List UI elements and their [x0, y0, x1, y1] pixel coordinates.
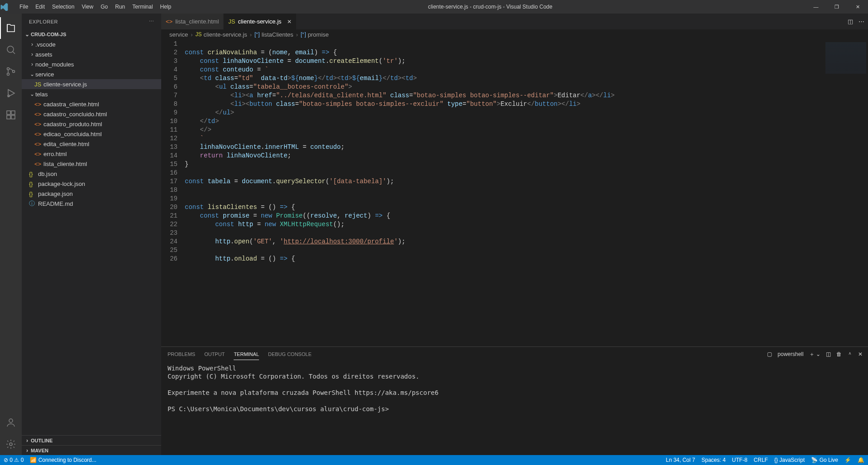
breadcrumb-item[interactable]: promise [308, 31, 329, 38]
file-icon: <> [34, 101, 43, 108]
maximize-panel-icon[interactable]: ＾ [847, 351, 853, 358]
file-icon: <> [34, 121, 43, 128]
file-cadastro_concluido.html[interactable]: <>cadastro_concluido.html [22, 109, 161, 119]
breadcrumb-separator: › [249, 31, 253, 38]
chevron-down-icon: ⌄ [29, 71, 35, 77]
split-editor-icon[interactable]: ◫ [848, 18, 853, 25]
more-icon[interactable]: ⋯ [858, 18, 864, 25]
kill-terminal-icon[interactable]: 🗑 [836, 351, 842, 357]
statusbar-item[interactable]: CRLF [754, 457, 768, 463]
file-package-lock.json[interactable]: {}package-lock.json [22, 179, 161, 189]
statusbar-item[interactable]: 📶 Connecting to Discord... [30, 457, 96, 463]
search-icon[interactable] [0, 39, 22, 61]
file-edita_cliente.html[interactable]: <>edita_cliente.html [22, 139, 161, 149]
outline-section[interactable]: ›OUTLINE [22, 435, 161, 445]
extensions-icon[interactable] [0, 104, 22, 126]
svg-point-9 [9, 419, 13, 422]
folder-label: .vscode [35, 41, 56, 48]
sidebar: EXPLORER ⋯ ⌄ CRUD-COM-JS ›.vscode›assets… [22, 14, 161, 455]
breadcrumb-icon: JS [196, 31, 202, 38]
minimize-button[interactable]: — [806, 4, 826, 10]
run-debug-icon[interactable] [0, 82, 22, 104]
more-icon[interactable]: ⋯ [149, 19, 154, 24]
line-gutter: 1234567891011121314151617181920212223242… [161, 39, 185, 346]
statusbar-item[interactable]: ⊘ 0 ⚠ 0 [4, 457, 24, 463]
tab-lista_cliente.html[interactable]: <>lista_cliente.html [161, 14, 224, 29]
statusbar-item[interactable]: 📡 Go Live [811, 457, 838, 463]
statusbar-item[interactable]: {} JavaScript [774, 457, 805, 463]
terminal-output[interactable]: Windows PowerShell Copyright (C) Microso… [161, 361, 868, 455]
explorer-icon[interactable] [0, 17, 22, 39]
file-README.md[interactable]: ⓘREADME.md [22, 199, 161, 209]
close-button[interactable]: ✕ [847, 4, 868, 10]
menu-selection[interactable]: Selection [48, 4, 78, 10]
breadcrumb-item[interactable]: service [169, 31, 188, 38]
statusbar-item[interactable]: Spaces: 4 [701, 457, 725, 463]
main-menu: FileEditSelectionViewGoRunTerminalHelp [16, 4, 175, 10]
file-lista_cliente.html[interactable]: <>lista_cliente.html [22, 159, 161, 169]
file-label: cadastro_produto.html [43, 121, 102, 128]
file-edicao_concluida.html[interactable]: <>edicao_concluida.html [22, 129, 161, 139]
breadcrumb-icon: [ᐤ] [254, 31, 260, 38]
terminal-shell-icon[interactable]: ▢ [767, 351, 772, 357]
menu-file[interactable]: File [16, 4, 32, 10]
tab-cliente-service.js[interactable]: JScliente-service.js✕ [224, 14, 296, 29]
svg-point-4 [8, 95, 10, 97]
file-package.json[interactable]: {}package.json [22, 189, 161, 199]
folder-.vscode[interactable]: ›.vscode [22, 39, 161, 49]
sidebar-footer: ›OUTLINE ›MAVEN [22, 435, 161, 455]
folder-root[interactable]: ⌄ CRUD-COM-JS [22, 29, 161, 39]
editor-body[interactable]: 1234567891011121314151617181920212223242… [161, 39, 868, 346]
menu-view[interactable]: View [78, 4, 97, 10]
breadcrumb-item[interactable]: listaClientes [262, 31, 293, 38]
folder-label: telas [35, 91, 48, 98]
panel-tab-terminal[interactable]: TERMINAL [234, 349, 259, 360]
terminal-shell-name[interactable]: powershell [777, 351, 803, 357]
statusbar-item[interactable]: Ln 34, Col 7 [666, 457, 695, 463]
statusbar-item[interactable]: ⚡ [844, 457, 851, 463]
accounts-icon[interactable] [0, 412, 22, 433]
close-tab-icon[interactable]: ✕ [287, 19, 292, 25]
maximize-button[interactable]: ❐ [826, 4, 847, 10]
folder-node_modules[interactable]: ›node_modules [22, 59, 161, 69]
titlebar: FileEditSelectionViewGoRunTerminalHelp c… [0, 0, 868, 14]
file-icon: {} [29, 171, 38, 177]
folder-assets[interactable]: ›assets [22, 49, 161, 59]
close-panel-icon[interactable]: ✕ [858, 351, 863, 357]
svg-point-3 [13, 71, 15, 73]
menu-run[interactable]: Run [111, 4, 129, 10]
menu-edit[interactable]: Edit [32, 4, 48, 10]
file-cliente-service.js[interactable]: JScliente-service.js [22, 79, 161, 89]
new-terminal-icon[interactable]: ＋ ⌄ [809, 351, 820, 358]
window-title: cliente-service.js - crud-com-js - Visua… [175, 4, 806, 10]
breadcrumbs[interactable]: service›JScliente-service.js›[ᐤ]listaCli… [161, 29, 868, 39]
folder-telas[interactable]: ⌄telas [22, 89, 161, 99]
folder-service[interactable]: ⌄service [22, 69, 161, 79]
file-db.json[interactable]: {}db.json [22, 169, 161, 179]
panel-tab-debug-console[interactable]: DEBUG CONSOLE [268, 349, 312, 360]
file-cadastra_cliente.html[interactable]: <>cadastra_cliente.html [22, 99, 161, 109]
code-content[interactable]: const criaNovaLinha = (nome, email) => {… [185, 39, 818, 346]
statusbar-item[interactable]: UTF-8 [732, 457, 748, 463]
file-label: db.json [38, 171, 57, 177]
settings-gear-icon[interactable] [0, 433, 22, 455]
menu-go[interactable]: Go [97, 4, 111, 10]
breadcrumb-item[interactable]: cliente-service.js [204, 31, 247, 38]
file-label: edicao_concluida.html [43, 131, 102, 138]
file-cadastro_produto.html[interactable]: <>cadastro_produto.html [22, 119, 161, 129]
folder-label: service [35, 71, 54, 78]
menu-help[interactable]: Help [157, 4, 175, 10]
split-terminal-icon[interactable]: ◫ [826, 351, 831, 357]
minimap[interactable] [818, 39, 868, 346]
statusbar-left: ⊘ 0 ⚠ 0📶 Connecting to Discord... [4, 457, 96, 463]
file-label: erro.html [43, 151, 67, 157]
editor-area: <>lista_cliente.htmlJScliente-service.js… [161, 14, 868, 455]
statusbar-item[interactable]: 🔔 [858, 457, 864, 463]
source-control-icon[interactable] [0, 61, 22, 82]
panel-tab-output[interactable]: OUTPUT [204, 349, 225, 360]
editor-tabs: <>lista_cliente.htmlJScliente-service.js… [161, 14, 868, 29]
file-erro.html[interactable]: <>erro.html [22, 149, 161, 159]
menu-terminal[interactable]: Terminal [129, 4, 156, 10]
panel-tab-problems[interactable]: PROBLEMS [168, 349, 195, 360]
maven-section[interactable]: ›MAVEN [22, 445, 161, 455]
